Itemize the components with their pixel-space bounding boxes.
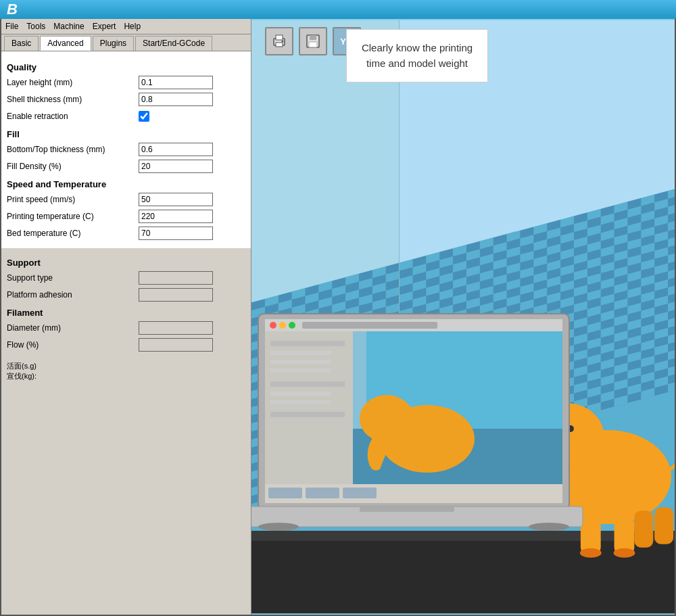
svg-point-39 [270, 322, 276, 329]
svg-rect-48 [270, 381, 345, 387]
svg-rect-49 [270, 392, 331, 396]
menu-file[interactable]: File [5, 22, 18, 31]
menu-expert[interactable]: Expert [93, 22, 116, 31]
svg-rect-42 [302, 322, 437, 329]
print-speed-label: Print speed (mm/s) [7, 195, 139, 204]
top-bar: B [0, 0, 676, 19]
save-button[interactable] [299, 27, 327, 55]
menu-help[interactable]: Help [124, 22, 141, 31]
tab-start-end-gcode[interactable]: Start/End-GCode [135, 36, 212, 51]
svg-rect-53 [268, 488, 302, 498]
support-section: Support Support type Platform adhesion F… [1, 248, 251, 358]
svg-rect-21 [654, 507, 673, 544]
logo: B [7, 1, 18, 18]
svg-rect-45 [270, 351, 331, 355]
svg-rect-46 [270, 360, 331, 364]
print-temp-label: Printing temperature (C) [7, 212, 139, 221]
flow-label: Flow (%) [7, 340, 139, 350]
menu-machine[interactable]: Machine [53, 22, 84, 31]
bottom-info: 活面(s.g) 宣伐(kg): [1, 358, 251, 384]
shell-thickness-input[interactable] [139, 93, 213, 106]
svg-rect-54 [306, 488, 339, 498]
bed-temp-label: Bed temperature (C) [7, 229, 139, 238]
diameter-input[interactable] [139, 321, 213, 335]
svg-point-58 [258, 523, 299, 531]
print-speed-row: Print speed (mm/s) [7, 192, 245, 207]
shell-thickness-row: Shell thickness (mm) [7, 92, 245, 107]
menu-tools[interactable]: Tools [26, 22, 45, 31]
svg-rect-50 [270, 400, 331, 404]
svg-rect-44 [270, 341, 345, 346]
print-speed-input[interactable] [139, 193, 213, 206]
support-type-input[interactable] [139, 271, 213, 285]
svg-point-41 [289, 322, 295, 329]
platform-adhesion-input[interactable] [139, 288, 213, 302]
bottom-info-line1: 活面(s.g) [7, 361, 245, 371]
bottom-info-line2: 宣伐(kg): [7, 371, 245, 381]
menu-bar: File Tools Machine Expert Help [1, 19, 251, 34]
bottom-top-row: Bottom/Top thickness (mm) [7, 142, 245, 157]
laptop-container [251, 307, 589, 537]
print-temp-input[interactable] [139, 210, 213, 223]
enable-retraction-row: Enable retraction [7, 109, 245, 124]
svg-point-59 [529, 523, 569, 531]
tab-basic[interactable]: Basic [4, 36, 39, 51]
fill-header: Fill [7, 129, 245, 139]
svg-rect-51 [270, 412, 345, 417]
bed-temp-row: Bed temperature (C) [7, 226, 245, 241]
shell-thickness-label: Shell thickness (mm) [7, 95, 139, 104]
svg-point-23 [614, 548, 635, 558]
bed-temp-input[interactable] [139, 227, 213, 240]
tab-advanced[interactable]: Advanced [40, 36, 91, 51]
bottom-top-input[interactable] [139, 143, 213, 156]
svg-point-37 [360, 395, 414, 442]
svg-rect-47 [270, 369, 331, 373]
left-panel: File Tools Machine Expert Help Basic Adv… [1, 19, 251, 615]
info-line2: time and model weight [366, 57, 468, 69]
svg-point-27 [282, 41, 284, 43]
platform-adhesion-label: Platform adhesion [7, 290, 139, 300]
filament-header: Filament [7, 308, 245, 318]
diameter-label: Diameter (mm) [7, 323, 139, 333]
right-panel: YM Clearly know the printing time and mo… [251, 19, 675, 615]
settings-panel: Quality Layer height (mm) Shell thicknes… [1, 51, 251, 248]
svg-rect-29 [310, 35, 316, 40]
info-line1: Clearly know the printing [362, 42, 473, 53]
support-type-row: Support type [7, 270, 245, 285]
fill-density-label: Fill Density (%) [7, 162, 139, 171]
fill-density-row: Fill Density (%) [7, 159, 245, 174]
tab-plugins[interactable]: Plugins [93, 36, 134, 51]
svg-rect-26 [276, 35, 283, 40]
laptop-svg [251, 307, 589, 537]
print-temp-row: Printing temperature (C) [7, 209, 245, 224]
layer-height-row: Layer height (mm) [7, 75, 245, 90]
layer-height-label: Layer height (mm) [7, 78, 139, 87]
main-area: File Tools Machine Expert Help Basic Adv… [0, 19, 676, 616]
svg-rect-8 [251, 538, 675, 613]
svg-point-22 [580, 548, 602, 558]
info-box: Clearly know the printing time and model… [346, 29, 488, 82]
flow-input[interactable] [139, 338, 213, 352]
svg-rect-25 [276, 43, 283, 47]
bottom-top-label: Bottom/Top thickness (mm) [7, 145, 139, 154]
speed-temp-header: Speed and Temperature [7, 179, 245, 189]
layer-height-input[interactable] [139, 76, 213, 89]
tab-bar: Basic Advanced Plugins Start/End-GCode [1, 34, 251, 51]
print-button[interactable] [265, 27, 293, 55]
quality-header: Quality [7, 62, 245, 72]
enable-retraction-label: Enable retraction [7, 112, 139, 121]
svg-rect-57 [360, 506, 454, 512]
svg-point-40 [279, 322, 286, 329]
flow-row: Flow (%) [7, 337, 245, 352]
support-type-label: Support type [7, 273, 139, 283]
svg-rect-30 [309, 42, 317, 47]
platform-adhesion-row: Platform adhesion [7, 287, 245, 302]
enable-retraction-checkbox[interactable] [139, 111, 149, 122]
diameter-row: Diameter (mm) [7, 321, 245, 335]
svg-rect-20 [634, 511, 653, 548]
support-header: Support [7, 258, 245, 268]
svg-rect-55 [343, 488, 377, 498]
fill-density-input[interactable] [139, 160, 213, 173]
